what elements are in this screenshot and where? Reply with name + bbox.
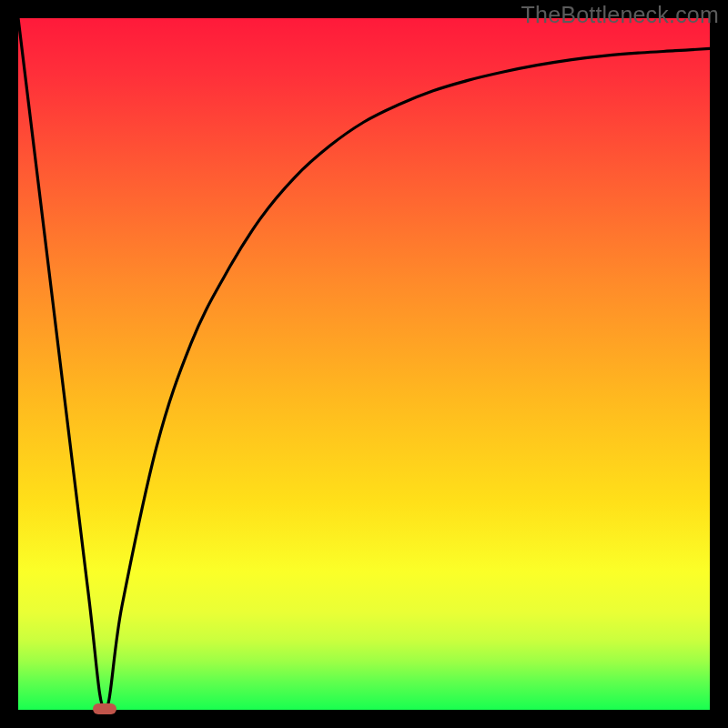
- minimum-marker: [93, 703, 116, 714]
- chart-frame: TheBottleneck.com: [0, 0, 728, 728]
- chart-plot-area: [18, 18, 710, 710]
- watermark-text: TheBottleneck.com: [521, 2, 719, 28]
- bottleneck-curve: [18, 18, 710, 710]
